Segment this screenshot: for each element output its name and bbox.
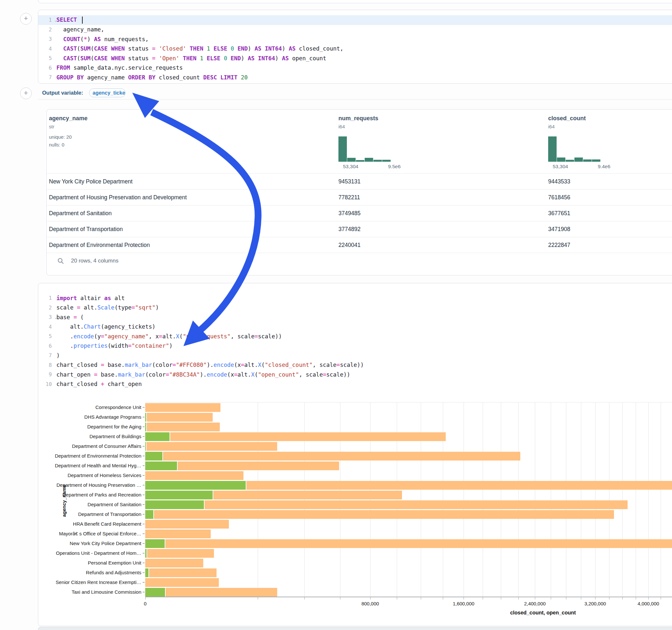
code-line[interactable]: 1⌄SELECT bbox=[38, 15, 672, 25]
line-number: 10 bbox=[38, 381, 54, 387]
bar-closed-count bbox=[145, 471, 243, 480]
bar-open-count bbox=[145, 432, 170, 441]
bar-closed-count bbox=[145, 568, 217, 577]
code-line[interactable]: 3⌄base = ( bbox=[38, 312, 672, 322]
code-text: base = ( bbox=[54, 314, 83, 320]
python-code-editor[interactable]: 1import altair as alt2scale = alt.Scale(… bbox=[38, 293, 672, 389]
code-line[interactable]: 6 .properties(width="container") bbox=[38, 341, 672, 351]
table-cell-num: 3749485 bbox=[338, 205, 360, 221]
x-tick-label: 3,200,000 bbox=[584, 601, 606, 606]
code-line[interactable]: 2scale = alt.Scale(type="sqrt") bbox=[38, 303, 672, 313]
gridline bbox=[370, 403, 370, 597]
table-cell-agency: Department of Housing Preservation and D… bbox=[49, 190, 187, 205]
bar-closed-count bbox=[145, 500, 628, 509]
code-line[interactable]: 3 COUNT(*) AS num_requests, bbox=[38, 34, 672, 44]
bar-closed-count bbox=[145, 432, 446, 441]
table-row[interactable]: Department of Sanitation37494853677651 bbox=[47, 205, 672, 221]
line-number: 6 bbox=[38, 65, 54, 71]
table-cell-agency: Department of Transportation bbox=[49, 221, 123, 237]
bar-open-count bbox=[145, 442, 146, 451]
sql-code-editor[interactable]: 1⌄SELECT 2 agency_name,3 COUNT(*) AS num… bbox=[38, 15, 672, 82]
chart-plot-area bbox=[145, 402, 672, 597]
bar-open-count bbox=[145, 568, 149, 577]
previous-cell-edge bbox=[38, 0, 672, 3]
gridline bbox=[535, 403, 535, 597]
add-cell-button-middle[interactable]: + bbox=[20, 88, 32, 99]
table-row[interactable]: Department of Transportation377489234719… bbox=[47, 221, 672, 237]
code-text: chart_closed + chart_open bbox=[54, 381, 142, 387]
column-type-closed-count: i64 bbox=[548, 124, 555, 129]
line-number: 2 bbox=[38, 305, 54, 311]
table-row[interactable]: New York City Police Department945313194… bbox=[47, 173, 672, 190]
collapse-caret-icon[interactable]: ⌄ bbox=[54, 315, 57, 319]
y-tick bbox=[143, 592, 145, 592]
add-cell-button-top[interactable]: + bbox=[20, 13, 32, 25]
gridline bbox=[566, 403, 566, 597]
histogram-bar bbox=[356, 160, 364, 162]
table-cell-closed: 3471908 bbox=[548, 221, 570, 237]
x-tick bbox=[145, 597, 146, 600]
code-text: alt.Chart(agency_tickets) bbox=[54, 323, 155, 330]
code-line[interactable]: 4 CAST(SUM(CASE WHEN status = 'Closed' T… bbox=[38, 44, 672, 54]
bar-closed-count bbox=[145, 578, 219, 587]
code-line[interactable]: 6FROM sample_data.nyc.service_requests bbox=[38, 63, 672, 73]
table-cell-closed: 9443533 bbox=[548, 174, 570, 190]
code-line[interactable]: 8chart_closed = base.mark_bar(color="#FF… bbox=[38, 360, 672, 370]
x-tick bbox=[609, 597, 609, 600]
closed-count-histogram bbox=[548, 137, 601, 162]
histogram-bar bbox=[548, 137, 557, 162]
y-category-label: Department of Parks and Recreation bbox=[54, 492, 141, 498]
collapse-caret-icon[interactable]: ⌄ bbox=[54, 18, 57, 22]
gridline bbox=[609, 403, 609, 597]
line-number: 8 bbox=[38, 362, 54, 368]
code-text: SELECT bbox=[54, 17, 83, 24]
code-line[interactable]: 9chart_open = base.mark_bar(color="#8BC3… bbox=[38, 370, 672, 380]
code-line[interactable]: 5 CAST(SUM(CASE WHEN status = 'Open' THE… bbox=[38, 53, 672, 63]
bar-open-count bbox=[145, 500, 205, 509]
output-variable-pill[interactable]: agency_tickets bbox=[89, 89, 125, 97]
column-header-agency-name: agency_name bbox=[49, 115, 88, 122]
x-tick bbox=[622, 597, 623, 600]
output-variable-label: Output variable: bbox=[42, 90, 83, 96]
y-category-label: Department of Transportation bbox=[54, 511, 141, 517]
code-line[interactable]: 5 .encode(y="agency_name", x=alt.X("num_… bbox=[38, 332, 672, 341]
y-tick bbox=[143, 524, 145, 524]
table-row[interactable]: Department of Environmental Protection22… bbox=[47, 237, 672, 253]
histogram-bar bbox=[347, 158, 356, 162]
search-icon[interactable] bbox=[57, 258, 64, 264]
table-row[interactable]: Department of Housing Preservation and D… bbox=[47, 189, 672, 205]
bar-open-count bbox=[145, 549, 147, 558]
bar-open-count bbox=[145, 461, 178, 470]
table-cell-closed: 3677651 bbox=[548, 205, 570, 221]
x-tick bbox=[340, 597, 340, 600]
code-text: agency_name, bbox=[54, 26, 104, 33]
y-category-label: Department of Sanitation bbox=[54, 502, 141, 507]
code-text: import altair as alt bbox=[54, 295, 125, 301]
bar-open-count bbox=[145, 481, 246, 490]
code-line[interactable]: 7) bbox=[38, 350, 672, 360]
sql-cell: 1⌄SELECT 2 agency_name,3 COUNT(*) AS num… bbox=[38, 10, 672, 83]
code-line[interactable]: 2 agency_name, bbox=[38, 25, 672, 35]
code-line[interactable]: 10chart_closed + chart_open bbox=[38, 380, 672, 389]
gridline bbox=[636, 403, 636, 597]
y-tick bbox=[143, 407, 145, 408]
bar-closed-count bbox=[145, 422, 220, 431]
code-line[interactable]: 1import altair as alt bbox=[38, 293, 672, 303]
y-category-label: Senior Citizen Rent Increase Exempti… bbox=[54, 579, 141, 585]
y-category-label: Department of Homeless Services bbox=[54, 472, 141, 478]
gridline bbox=[501, 403, 501, 597]
x-tick-label: 0 bbox=[144, 601, 146, 606]
num-requests-histogram bbox=[338, 137, 391, 162]
code-text: .properties(width="container") bbox=[54, 343, 172, 349]
line-number: 7 bbox=[38, 352, 54, 358]
table-cell-agency: Department of Environmental Protection bbox=[49, 237, 150, 253]
y-tick bbox=[143, 504, 145, 505]
line-number: 6 bbox=[38, 343, 54, 349]
code-text: COUNT(*) AS num_requests, bbox=[54, 36, 149, 43]
y-category-label: Mayorâ€ s Office of Special Enforce… bbox=[54, 531, 141, 536]
histogram-bar bbox=[374, 160, 382, 162]
bar-closed-count bbox=[145, 520, 229, 529]
code-line[interactable]: 4 alt.Chart(agency_tickets) bbox=[38, 322, 672, 332]
code-line[interactable]: 7GROUP BY agency_name ORDER BY closed_co… bbox=[38, 73, 672, 82]
x-tick bbox=[483, 597, 483, 600]
